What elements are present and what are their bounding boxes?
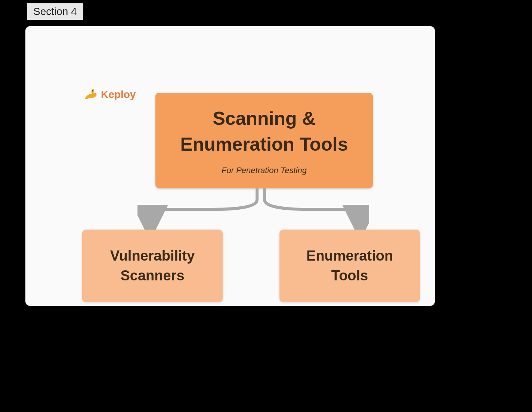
left-child-title: Vulnerability Scanners bbox=[110, 246, 195, 286]
branching-arrows bbox=[137, 188, 369, 230]
main-topic-box: Scanning & Enumeration Tools For Penetra… bbox=[155, 93, 373, 188]
section-tab: Section 4 bbox=[27, 3, 83, 20]
vulnerability-scanners-box: Vulnerability Scanners bbox=[82, 230, 223, 302]
svg-point-0 bbox=[92, 90, 93, 92]
left-line1: Vulnerability bbox=[110, 248, 195, 264]
main-title-line2: Enumeration Tools bbox=[180, 134, 348, 155]
left-line2: Scanners bbox=[120, 268, 184, 283]
enumeration-tools-box: Enumeration Tools bbox=[279, 230, 420, 302]
right-child-title: Enumeration Tools bbox=[306, 246, 393, 286]
keploy-logo: Keploy bbox=[82, 87, 136, 102]
main-title-line1: Scanning & bbox=[213, 108, 315, 129]
main-subtitle: For Penetration Testing bbox=[222, 166, 307, 175]
right-line1: Enumeration bbox=[306, 248, 393, 264]
keploy-icon bbox=[82, 87, 98, 102]
main-title: Scanning & Enumeration Tools bbox=[180, 106, 348, 157]
section-label: Section 4 bbox=[33, 6, 77, 17]
diagram-card: Keploy Scanning & Enumeration Tools For … bbox=[25, 26, 435, 306]
right-line2: Tools bbox=[331, 268, 368, 283]
keploy-logo-text: Keploy bbox=[101, 89, 136, 101]
